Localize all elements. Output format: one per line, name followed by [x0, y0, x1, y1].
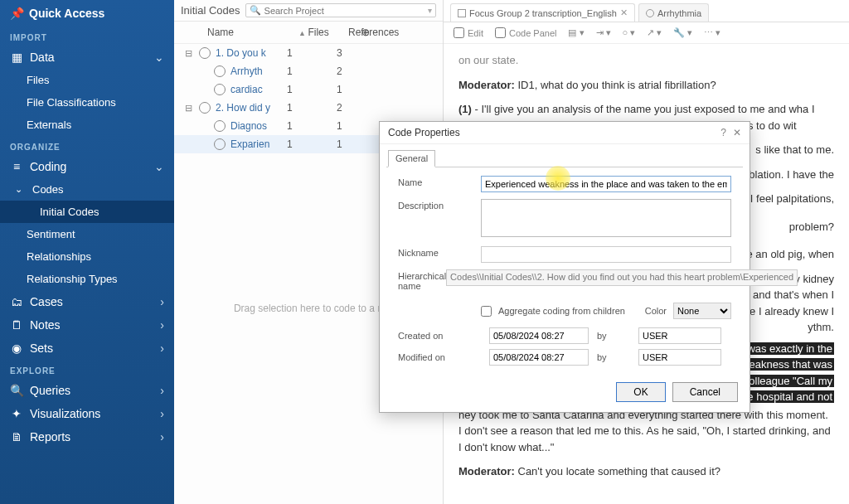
report-icon: 🗎	[10, 430, 23, 443]
search-box[interactable]: 🔍 ▾	[245, 3, 436, 17]
chevron-right-icon: ›	[160, 295, 164, 308]
highlight: the hospital and not	[737, 390, 834, 403]
sidebar-item-relationship-types[interactable]: Relationship Types	[0, 268, 174, 290]
speaker-label: Moderator:	[458, 465, 515, 477]
col-name[interactable]: Name	[207, 27, 298, 38]
ok-button[interactable]: OK	[616, 382, 665, 402]
cancel-button[interactable]: Cancel	[672, 382, 738, 402]
code-panel-toggle[interactable]: Code Panel	[495, 27, 557, 38]
label-created-on: Created on	[398, 331, 481, 341]
code-row[interactable]: cardiac 1 1	[174, 80, 443, 99]
toolbar-btn[interactable]: 🔧 ▾	[673, 27, 692, 38]
sidebar-item-label: Files	[27, 74, 49, 86]
sidebar-item-codes[interactable]: ⌄ Codes	[0, 178, 174, 201]
sidebar-item-sentiment[interactable]: Sentiment	[0, 223, 174, 245]
aggregate-checkbox[interactable]	[481, 306, 492, 317]
code-row[interactable]: Arrhyth 1 2	[174, 62, 443, 80]
code-name: cardiac	[230, 84, 287, 95]
name-input[interactable]	[481, 176, 731, 192]
created-on-value	[489, 327, 589, 344]
codes-table-header: ⊕ Name ▲ Files References	[174, 22, 443, 44]
tab-general[interactable]: General	[388, 150, 435, 167]
hierarchical-name-value: Codes\\Initial Codes\\2. How did you fin…	[446, 269, 798, 286]
node-icon	[214, 84, 226, 95]
edit-toggle[interactable]: Edit	[454, 27, 483, 38]
chevron-down-icon: ⌄	[154, 160, 164, 173]
toolbar-btn[interactable]: ▤ ▾	[568, 27, 584, 38]
section-import: IMPORT	[0, 27, 174, 46]
code-row[interactable]: ⊟ 2. How did y 1 2	[174, 99, 443, 117]
code-files: 1	[287, 65, 337, 77]
speaker-label: (1)	[458, 490, 472, 492]
sidebar-item-coding[interactable]: ≡ Coding ⌄	[0, 155, 174, 178]
codes-panel-title: Initial Codes	[181, 4, 240, 17]
color-select[interactable]: None	[673, 303, 731, 319]
chevron-right-icon: ›	[160, 384, 164, 397]
chevron-down-icon[interactable]: ▾	[428, 6, 432, 15]
tab-label: Focus Group 2 transcription_English	[469, 8, 617, 18]
sidebar-item-notes[interactable]: 🗒 Notes ›	[0, 313, 174, 337]
sidebar-item-label: Codes	[32, 183, 64, 196]
sidebar-item-reports[interactable]: 🗎 Reports ›	[0, 425, 174, 448]
doc-icon	[458, 9, 466, 17]
node-icon	[214, 138, 226, 150]
sidebar-item-cases[interactable]: 🗂 Cases ›	[0, 290, 174, 313]
code-row[interactable]: ⊟ 1. Do you k 1 3	[174, 44, 443, 62]
tab-arrhythmia[interactable]: Arrhythmia	[638, 3, 709, 22]
code-files: 1	[287, 138, 337, 150]
highlight: s was exactly in the	[737, 342, 834, 355]
sidebar-item-files[interactable]: Files	[0, 69, 174, 91]
code-files: 1	[287, 47, 337, 59]
node-icon	[214, 65, 226, 77]
briefcase-icon: 🗂	[10, 295, 23, 308]
code-files: 1	[287, 120, 337, 132]
col-references[interactable]: References	[348, 27, 423, 38]
edit-checkbox[interactable]	[454, 27, 464, 38]
help-icon[interactable]: ?	[720, 127, 726, 138]
nickname-input[interactable]	[481, 246, 731, 263]
doc-para: (1) - Directed me to this no. Brought me…	[458, 488, 834, 492]
toolbar-btn[interactable]: ⋯ ▾	[704, 27, 720, 38]
quick-access-header[interactable]: 📌 Quick Access	[0, 0, 174, 27]
sidebar-item-label: Coding	[30, 160, 66, 173]
sidebar-item-label: Relationship Types	[27, 273, 118, 285]
doc-toolbar: Edit Code Panel ▤ ▾ ⇥ ▾ ○ ▾ ↗ ▾ 🔧 ▾ ⋯ ▾	[444, 22, 849, 44]
doc-tabs: Focus Group 2 transcription_English ✕ Ar…	[444, 0, 849, 22]
dialog-titlebar[interactable]: Code Properties ? ✕	[380, 122, 750, 144]
modified-by-value	[638, 349, 721, 366]
sidebar-item-sets[interactable]: ◉ Sets ›	[0, 337, 174, 360]
collapse-icon[interactable]: ⊟	[182, 48, 194, 59]
description-input[interactable]	[481, 199, 731, 237]
code-refs: 2	[337, 102, 386, 114]
code-properties-dialog: Code Properties ? ✕ General Name Descrip…	[379, 121, 750, 413]
add-icon[interactable]: ⊕	[361, 27, 370, 38]
sidebar-item-externals[interactable]: Externals	[0, 114, 174, 136]
doc-text: ID1, what do you think is atrial fibrill…	[515, 79, 716, 91]
chevron-right-icon: ›	[160, 342, 164, 355]
toolbar-btn[interactable]: ⇥ ▾	[596, 27, 611, 38]
close-icon[interactable]: ✕	[733, 127, 741, 138]
sidebar-item-queries[interactable]: 🔍 Queries ›	[0, 379, 174, 402]
close-icon[interactable]: ✕	[620, 7, 628, 18]
section-organize: ORGANIZE	[0, 136, 174, 155]
sidebar-item-relationships[interactable]: Relationships	[0, 245, 174, 268]
tab-focus-group[interactable]: Focus Group 2 transcription_English ✕	[450, 3, 635, 22]
sidebar-item-label: Cases	[30, 295, 63, 308]
sidebar-item-data[interactable]: ▦ Data ⌄	[0, 46, 174, 69]
collapse-icon[interactable]: ⊟	[182, 103, 194, 114]
node-icon	[199, 47, 211, 59]
sidebar-item-label: Reports	[30, 430, 70, 443]
sidebar-item-initial-codes[interactable]: Initial Codes	[0, 201, 174, 223]
sidebar-item-file-classifications[interactable]: File Classifications	[0, 91, 174, 114]
col-files[interactable]: ▲ Files	[298, 27, 348, 38]
label-by: by	[597, 331, 630, 341]
search-input[interactable]	[264, 6, 428, 16]
sidebar-item-visualizations[interactable]: ✦ Visualizations ›	[0, 402, 174, 425]
dialog-buttons: OK Cancel	[380, 374, 750, 412]
toolbar-btn[interactable]: ○ ▾	[623, 27, 636, 38]
label-modified-on: Modified on	[398, 352, 481, 362]
chevron-down-icon: ⌄	[154, 51, 164, 64]
search-icon: 🔍	[10, 384, 23, 397]
toolbar-btn[interactable]: ↗ ▾	[647, 27, 662, 38]
code-panel-checkbox[interactable]	[495, 27, 506, 38]
